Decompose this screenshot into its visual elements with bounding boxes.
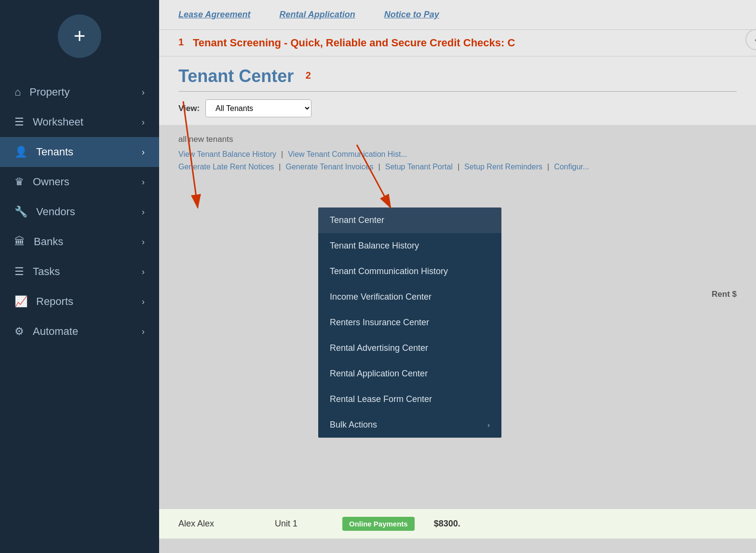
plus-icon: + xyxy=(74,25,86,48)
step-2-label: 2 xyxy=(306,70,311,81)
dropdown-item-tenant-communication-history[interactable]: Tenant Communication History xyxy=(318,259,501,284)
chevron-right-icon-4: › xyxy=(142,177,145,187)
separator-4: | xyxy=(458,163,459,171)
view-label: View: xyxy=(178,104,200,113)
tenant-center-header: Tenant Center 2 xyxy=(159,56,756,92)
sidebar-label-property: Property xyxy=(29,86,69,98)
dropdown-item-rental-lease-form-center[interactable]: Rental Lease Form Center xyxy=(318,387,501,412)
main-content: Lease Agreement Rental Application Notic… xyxy=(159,0,756,553)
dropdown-label-tenant-center: Tenant Center xyxy=(330,215,384,225)
sidebar-item-property[interactable]: ⌂ Property › xyxy=(0,77,159,107)
dropdown-item-income-verification[interactable]: Income Verification Center xyxy=(318,284,501,310)
separator-3: | xyxy=(378,163,380,171)
separator-2: | xyxy=(279,163,281,171)
rent-label: Rent $ xyxy=(712,290,737,299)
dropdown-item-tenant-center[interactable]: Tenant Center xyxy=(318,207,501,233)
tasks-icon: ☰ xyxy=(14,265,24,278)
dropdown-label-income-verification: Income Verification Center xyxy=(330,292,432,302)
notice-to-pay-link[interactable]: Notice to Pay xyxy=(384,10,439,20)
chevron-right-icon-6: › xyxy=(142,237,145,247)
screening-text: Tenant Screening - Quick, Reliable and S… xyxy=(178,37,515,49)
sidebar-item-tenants[interactable]: 👤 Tenants › xyxy=(0,137,159,167)
view-communication-history-link[interactable]: View Tenant Communication Hist... xyxy=(288,150,407,159)
sidebar-item-reports[interactable]: 📈 Reports › xyxy=(0,287,159,317)
reports-icon: 📈 xyxy=(14,295,27,308)
sidebar-label-automate: Automate xyxy=(33,325,78,338)
dropdown-item-tenant-balance-history[interactable]: Tenant Balance History xyxy=(318,233,501,259)
dropdown-label-renters-insurance: Renters Insurance Center xyxy=(330,318,429,328)
chevron-right-icon: › xyxy=(142,87,145,97)
separator-1: | xyxy=(281,150,283,159)
sidebar-label-tenants: Tenants xyxy=(36,146,73,158)
separator-5: | xyxy=(547,163,549,171)
tenant-unit: Unit 1 xyxy=(275,519,323,529)
dropdown-item-renters-insurance[interactable]: Renters Insurance Center xyxy=(318,310,501,335)
chevron-right-icon-7: › xyxy=(142,267,145,277)
dropdown-item-rental-advertising[interactable]: Rental Advertising Center xyxy=(318,335,501,361)
dropdown-label-rental-advertising: Rental Advertising Center xyxy=(330,343,428,353)
generate-late-rent-link[interactable]: Generate Late Rent Notices xyxy=(178,163,274,171)
chevron-right-icon-9: › xyxy=(142,327,145,337)
action-links-row1: View Tenant Balance History | View Tenan… xyxy=(178,150,737,159)
chevron-right-icon-8: › xyxy=(142,297,145,307)
worksheet-icon: ☰ xyxy=(14,116,24,128)
sidebar-label-tasks: Tasks xyxy=(33,265,60,278)
tenant-center-title: Tenant Center xyxy=(178,66,294,86)
sidebar-label-vendors: Vendors xyxy=(36,206,75,218)
tenant-amount: $8300. xyxy=(434,519,460,529)
sidebar-label-owners: Owners xyxy=(33,176,69,188)
dropdown-item-rental-application-center[interactable]: Rental Application Center xyxy=(318,361,501,387)
online-payments-badge[interactable]: Online Payments xyxy=(342,517,415,531)
owners-icon: ♛ xyxy=(14,176,24,188)
sidebar-item-automate[interactable]: ⚙ Automate › xyxy=(0,317,159,346)
dropdown-item-bulk-actions[interactable]: Bulk Actions › xyxy=(318,412,501,438)
dropdown-label-rental-lease-form-center: Rental Lease Form Center xyxy=(330,394,432,404)
view-select[interactable]: All Tenants Active Tenants Past Tenants xyxy=(205,99,311,117)
vendors-icon: 🔧 xyxy=(14,206,27,218)
action-links-row2: Generate Late Rent Notices | Generate Te… xyxy=(178,163,737,171)
chevron-right-icon-3: › xyxy=(142,147,145,157)
view-row: View: All Tenants Active Tenants Past Te… xyxy=(159,92,756,125)
main-body: all new tenants View Tenant Balance Hist… xyxy=(159,125,756,181)
tenant-name: Alex Alex xyxy=(178,519,256,529)
lease-agreement-link[interactable]: Lease Agreement xyxy=(178,10,250,20)
view-balance-history-link[interactable]: View Tenant Balance History xyxy=(178,150,276,159)
dropdown-label-tenant-communication-history: Tenant Communication History xyxy=(330,266,448,276)
setup-tenant-portal-link[interactable]: Setup Tenant Portal xyxy=(385,163,453,171)
sidebar-label-banks: Banks xyxy=(34,235,63,248)
screening-banner: 1 Tenant Screening - Quick, Reliable and… xyxy=(159,30,756,56)
chevron-right-bulk-icon: › xyxy=(487,421,490,429)
tenants-intro-text: all new tenants xyxy=(178,135,737,144)
sidebar: + ⌂ Property › ☰ Worksheet › 👤 Tenants ›… xyxy=(0,0,159,553)
rental-application-link[interactable]: Rental Application xyxy=(279,10,355,20)
tenant-table-row: Alex Alex Unit 1 Online Payments $8300. xyxy=(159,509,756,539)
dropdown-label-tenant-balance-history: Tenant Balance History xyxy=(330,241,419,251)
tenants-icon: 👤 xyxy=(14,146,27,158)
generate-tenant-invoices-link[interactable]: Generate Tenant Invoices xyxy=(286,163,374,171)
tenants-dropdown-menu: Tenant Center Tenant Balance History Ten… xyxy=(318,207,501,438)
dropdown-label-bulk-actions: Bulk Actions xyxy=(330,420,377,430)
top-links-bar: Lease Agreement Rental Application Notic… xyxy=(159,0,756,30)
step-1-label: 1 xyxy=(178,37,184,48)
sidebar-item-tasks[interactable]: ☰ Tasks › xyxy=(0,257,159,287)
banks-icon: 🏛 xyxy=(14,235,25,248)
setup-rent-reminders-link[interactable]: Setup Rent Reminders xyxy=(464,163,542,171)
configure-link[interactable]: Configur... xyxy=(554,163,589,171)
dropdown-label-rental-application-center: Rental Application Center xyxy=(330,369,428,379)
sidebar-item-banks[interactable]: 🏛 Banks › xyxy=(0,227,159,257)
sidebar-label-worksheet: Worksheet xyxy=(33,116,83,128)
chevron-right-icon-5: › xyxy=(142,207,145,217)
home-icon: ⌂ xyxy=(14,86,21,98)
chevron-right-icon-2: › xyxy=(142,117,145,127)
sidebar-item-vendors[interactable]: 🔧 Vendors › xyxy=(0,197,159,227)
sidebar-item-worksheet[interactable]: ☰ Worksheet › xyxy=(0,107,159,137)
sidebar-item-owners[interactable]: ♛ Owners › xyxy=(0,167,159,197)
automate-icon: ⚙ xyxy=(14,325,24,338)
add-button[interactable]: + xyxy=(58,14,101,58)
sidebar-label-reports: Reports xyxy=(36,295,73,308)
